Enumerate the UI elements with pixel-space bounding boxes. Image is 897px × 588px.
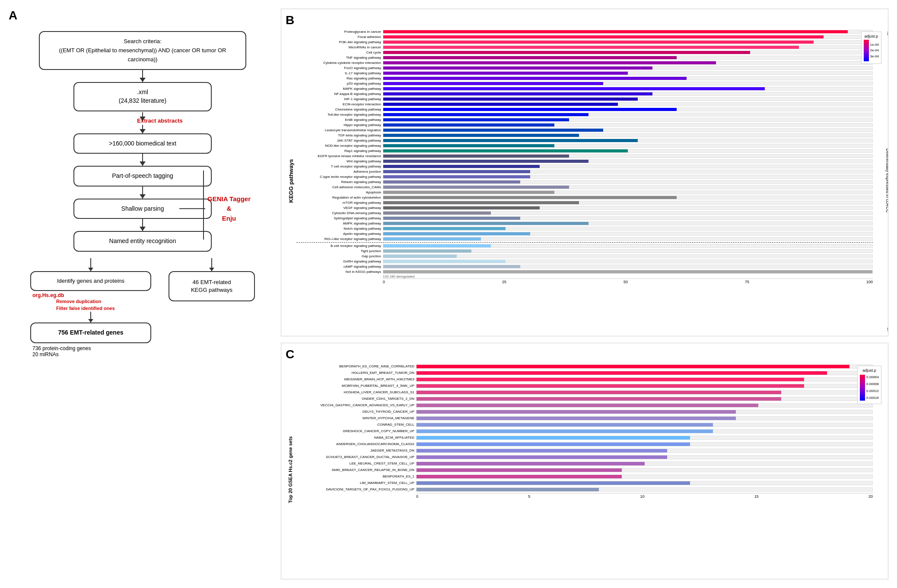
bar-label-b-0: Proteoglycans in cancer bbox=[296, 30, 383, 34]
bar-container-c-18 bbox=[416, 481, 873, 485]
bar-row-c-17: BENPORATH_ES_1 bbox=[295, 474, 873, 480]
genia-line bbox=[179, 209, 205, 209]
bar-row-c-2: MEISSNER_BRAIN_HCP_WITH_H3K27ME3 bbox=[295, 376, 873, 383]
bar-fill-c-6 bbox=[417, 404, 758, 407]
bar-fill-c-12 bbox=[417, 443, 690, 446]
arrow6 bbox=[142, 219, 143, 231]
bar-label-c-8: WINTER_HYPOXIA_METAGENE bbox=[295, 416, 416, 420]
bar-label-c-5: ONDER_CDH1_TARGETS_2_DN bbox=[295, 397, 416, 401]
bar-label-b-6: Cytokine-cytokine receptor interaction bbox=[296, 61, 383, 65]
bar-container-b-10 bbox=[383, 82, 873, 85]
bar-container-b-35 bbox=[383, 211, 873, 215]
panel-c-y-label: Top 20 GSEA Hs.c2 gene sets bbox=[286, 364, 295, 575]
right-branch: 46 EMT-relatedKEGG pathways bbox=[169, 258, 255, 301]
bar-row-c-16: SMID_BREAST_CANCER_RELAPSE_IN_BONE_DN bbox=[295, 467, 873, 473]
bar-fill-b-15 bbox=[383, 108, 677, 111]
bar-label-b-5: TNF signaling pathway bbox=[296, 56, 383, 60]
search-criteria-box: Search criteria:((EMT OR (Epithelial to … bbox=[39, 31, 246, 70]
bar-row-b-30: Cell adhesion molecules_CAMs bbox=[296, 185, 873, 190]
bar-container-b-7 bbox=[383, 66, 873, 70]
arrow-up-bottom: ↑ bbox=[886, 326, 888, 332]
legend-c-content: 0.000040.000080.000120.00016 bbox=[860, 374, 879, 401]
bar-fill-b-45 bbox=[383, 265, 520, 268]
org-text: org.Hs.eg.db bbox=[32, 292, 64, 298]
bar-label-c-4: HOSHIDA_LIVER_CANCER_SUBCLASS_S1 bbox=[295, 390, 416, 394]
bar-container-b-21 bbox=[383, 139, 873, 142]
bar-fill-c-13 bbox=[417, 449, 667, 452]
bar-container-b-29 bbox=[383, 180, 873, 184]
bar-row-c-3: MCBRYAN_PUBERTAL_BREAST_4_5WK_UP bbox=[295, 383, 873, 389]
bar-container-b-45 bbox=[383, 265, 873, 269]
xml-box: .xml(24,832 literature) bbox=[73, 82, 212, 111]
bar-fill-b-28 bbox=[383, 175, 530, 178]
bar-container-b-22 bbox=[383, 144, 873, 148]
bar-label-b-46: Not in KEGG pathways bbox=[296, 270, 383, 274]
bar-row-b-35: Cytosolic DNA-sensing pathway bbox=[296, 211, 873, 215]
panel-b: B KEGG pathways adjust.p 1e-042e-043e-04 bbox=[281, 9, 888, 336]
bar-fill-b-16 bbox=[383, 113, 588, 116]
bar-fill-b-21 bbox=[383, 139, 638, 142]
legend-c: adjust.p 0.000040.000080.000120.00016 bbox=[857, 366, 881, 404]
genes-text: Identify genes and proteins bbox=[57, 278, 124, 284]
bar-row-b-36: Sphingolipid signaling pathway bbox=[296, 216, 873, 221]
bar-label-c-18: LIM_MAMMARY_STEM_CELL_UP bbox=[295, 481, 416, 485]
bar-container-c-9 bbox=[416, 423, 873, 427]
panel-c: C Top 20 GSEA Hs.c2 gene sets adjust.p 0… bbox=[281, 343, 888, 579]
bar-fill-c-16 bbox=[417, 468, 622, 472]
bar-chart-b: adjust.p 1e-042e-043e-04 ↓ Differentiall… bbox=[296, 29, 884, 332]
kegg-text: 46 EMT-relatedKEGG pathways bbox=[191, 279, 232, 293]
bar-fill-b-14 bbox=[383, 103, 618, 106]
bar-container-b-19 bbox=[383, 128, 873, 132]
genia-connector: GENIA Tagger&Enju bbox=[179, 194, 251, 224]
bar-row-b-10: p53 signaling pathway bbox=[296, 81, 873, 86]
bar-row-c-6: VECCHI_GASTRIC_CANCER_ADVANCED_VS_EARLY_… bbox=[295, 402, 873, 408]
bar-container-c-11 bbox=[416, 436, 873, 440]
bar-label-b-23: Rap1 signaling pathway bbox=[296, 149, 383, 153]
bar-row-b-40: RIG-I-like receptor signaling pathway bbox=[296, 237, 873, 241]
bar-fill-c-0 bbox=[417, 365, 849, 368]
ner-box: Named entity recognition bbox=[73, 231, 212, 252]
bar-row-b-1: Focal adhesion bbox=[296, 35, 873, 39]
bar-row-b-18: Hippo signaling pathway bbox=[296, 123, 873, 127]
bar-row-b-2: PI3K-Akt signaling pathway bbox=[296, 40, 873, 44]
bar-label-b-7: FoxO signaling pathway bbox=[296, 66, 383, 70]
bar-fill-c-19 bbox=[417, 488, 599, 491]
right-axis-text-b: Differentially expressed in ccRCC bbox=[885, 36, 888, 326]
bar-container-c-10 bbox=[416, 429, 873, 433]
legend-b-content: 1e-042e-043e-04 bbox=[864, 40, 879, 61]
bar-row-c-0: BENPORATH_ES_CORE_NINE_CORRELATED bbox=[295, 364, 873, 370]
bar-fill-b-19 bbox=[383, 129, 603, 132]
adjust-label-b: adjust.p bbox=[864, 34, 879, 38]
bar-fill-c-4 bbox=[417, 391, 781, 394]
legend-gradient-b bbox=[864, 40, 869, 61]
bar-label-b-29: Relaxin signaling pathway bbox=[296, 180, 383, 184]
mirna-text: 20 miRNAs bbox=[32, 351, 59, 357]
bar-row-b-9: Ras signaling pathway bbox=[296, 76, 873, 81]
panel-c-label: C bbox=[286, 348, 884, 361]
bar-container-b-2 bbox=[383, 40, 873, 44]
bar-label-b-17: ErbB signaling pathway bbox=[296, 118, 383, 122]
bar-row-c-10: GRESHOCK_CANCER_COPY_NUMBER_UP bbox=[295, 428, 873, 434]
bar-label-b-41: B cell receptor signaling pathway bbox=[296, 244, 383, 248]
bar-row-b-32: Regulation of actin cytoskeleton bbox=[296, 195, 873, 200]
bar-container-c-1 bbox=[416, 371, 873, 375]
panel-c-content: Top 20 GSEA Hs.c2 gene sets adjust.p 0.0… bbox=[286, 364, 884, 575]
bar-row-b-8: IL-17 signaling pathway bbox=[296, 71, 873, 76]
bar-fill-b-35 bbox=[383, 212, 491, 215]
search-text: Search criteria:((EMT OR (Epithelial to … bbox=[59, 38, 226, 63]
bar-container-b-0 bbox=[383, 30, 873, 34]
bar-row-b-26: T cell receptor signaling pathway bbox=[296, 164, 873, 169]
shallow-text: Shallow parsing bbox=[121, 205, 164, 212]
bar-fill-b-4 bbox=[383, 51, 750, 54]
bar-row-c-8: WINTER_HYPOXIA_METAGENE bbox=[295, 415, 873, 421]
bar-label-b-28: C-type lectin receptor signaling pathway bbox=[296, 175, 383, 179]
bar-label-b-39: Apelin signaling pathway bbox=[296, 232, 383, 236]
bar-container-b-25 bbox=[383, 159, 873, 163]
bar-container-b-44 bbox=[383, 259, 873, 263]
bar-row-b-16: Toll-like receptor signaling pathway bbox=[296, 112, 873, 117]
arrow-head-right bbox=[209, 268, 214, 271]
bar-fill-c-14 bbox=[417, 455, 667, 459]
bar-row-b-29: Relaxin signaling pathway bbox=[296, 180, 873, 184]
bar-container-b-12 bbox=[383, 92, 873, 96]
bar-label-b-13: HIF-1 signaling pathway bbox=[296, 97, 383, 101]
